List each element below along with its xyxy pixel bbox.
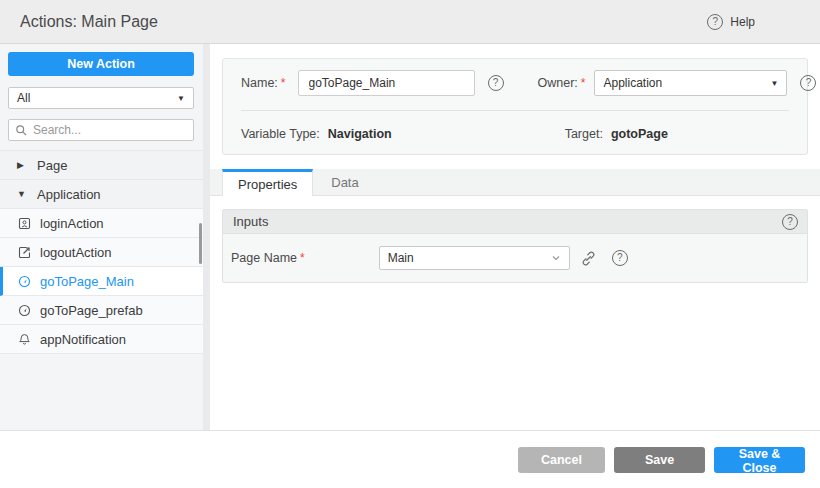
form-divider [241,110,789,111]
caret-down-icon: ▼ [771,79,779,88]
caret-down-icon: ▼ [17,189,28,199]
action-label: logoutAction [40,245,112,260]
help-label: Help [730,15,755,29]
sidebar-scrollbar[interactable] [199,223,202,264]
required-marker: * [581,76,586,90]
group-row-application[interactable]: ▼ Application [0,180,203,209]
required-marker: * [300,251,305,265]
type-target-row: Variable Type: Navigation Target: gotoPa… [241,127,789,141]
action-label: goToPage_Main [40,274,134,289]
group-row-page[interactable]: ▶ Page [0,151,203,180]
actions-sidebar: New Action All ▼ ▶ Page [0,44,203,430]
target-value: gotoPage [611,127,668,141]
tab-properties[interactable]: Properties [222,169,313,196]
action-label: appNotification [40,332,126,347]
page-name-select-value: Main [388,251,414,265]
cancel-button[interactable]: Cancel [518,447,605,473]
inputs-title: Inputs [233,214,268,229]
action-row-appnotification[interactable]: appNotification [0,325,203,354]
name-owner-row: Name: * ? Owner: * Application ▼ ? [241,70,789,96]
tab-data[interactable]: Data [313,169,376,196]
owner-select[interactable]: Application ▼ [594,70,787,96]
action-row-gotopage-main[interactable]: goToPage_Main [0,267,203,296]
panel-divider [203,44,210,430]
page-title: Actions: Main Page [20,13,158,31]
logout-icon [18,246,31,259]
owner-select-value: Application [603,76,662,90]
group-label: Page [37,158,67,173]
name-help-icon[interactable]: ? [488,75,504,91]
target-group: Target: gotoPage [565,127,668,141]
action-row-loginaction[interactable]: loginAction [0,209,203,238]
tab-bar: Properties Data [210,169,820,196]
inputs-section: Inputs ? Page Name * Main ? [222,209,808,283]
owner-label: Owner: [538,76,578,90]
inputs-body: Page Name * Main ? [223,234,807,282]
filter-select[interactable]: All ▼ [8,87,194,109]
help-icon: ? [707,14,723,30]
target-label: Target: [565,127,603,141]
login-icon [18,217,31,230]
save-button[interactable]: Save [614,447,705,473]
caret-right-icon: ▶ [17,160,28,170]
navigate-icon [18,275,31,288]
page-name-help-icon[interactable]: ? [612,250,628,266]
dialog-body: New Action All ▼ ▶ Page [0,44,820,430]
dialog-footer: Cancel Save Save & Close [0,430,820,488]
save-close-button[interactable]: Save & Close [714,447,805,473]
owner-group: Owner: * Application ▼ ? [538,70,817,96]
new-action-button[interactable]: New Action [8,52,194,76]
sidebar-controls: New Action All ▼ [0,44,203,141]
filter-select-value: All [17,91,30,105]
page-name-label: Page Name [231,251,297,265]
actions-dialog: Actions: Main Page ? Help New Action All… [0,0,820,488]
group-label: Application [37,187,101,202]
actions-list: ▶ Page ▼ Application loginAction [0,150,203,354]
name-input[interactable] [298,70,475,96]
variable-type-label: Variable Type: [241,127,320,141]
owner-help-icon[interactable]: ? [800,75,816,91]
search-icon [15,124,28,137]
search-box[interactable] [8,119,194,141]
action-summary-box: Name: * ? Owner: * Application ▼ ? [222,58,808,155]
navigate-icon [18,304,31,317]
caret-down-icon: ▼ [177,94,185,103]
action-detail-panel: Name: * ? Owner: * Application ▼ ? [210,44,820,430]
name-label: Name: [241,76,278,90]
dialog-header: Actions: Main Page ? Help [0,0,820,44]
action-label: goToPage_prefab [40,303,143,318]
page-name-select[interactable]: Main [379,246,570,270]
bind-link-icon[interactable] [580,250,597,267]
inputs-header: Inputs ? [223,210,807,234]
action-row-logoutaction[interactable]: logoutAction [0,238,203,267]
action-row-gotopage-prefab[interactable]: goToPage_prefab [0,296,203,325]
chevron-down-icon [551,253,561,263]
bell-icon [18,333,31,346]
inputs-help-icon[interactable]: ? [782,214,798,230]
variable-type-value: Navigation [328,127,392,141]
search-input[interactable] [33,123,187,137]
action-label: loginAction [40,216,104,231]
required-marker: * [281,76,286,90]
help-button[interactable]: ? Help [707,14,755,30]
